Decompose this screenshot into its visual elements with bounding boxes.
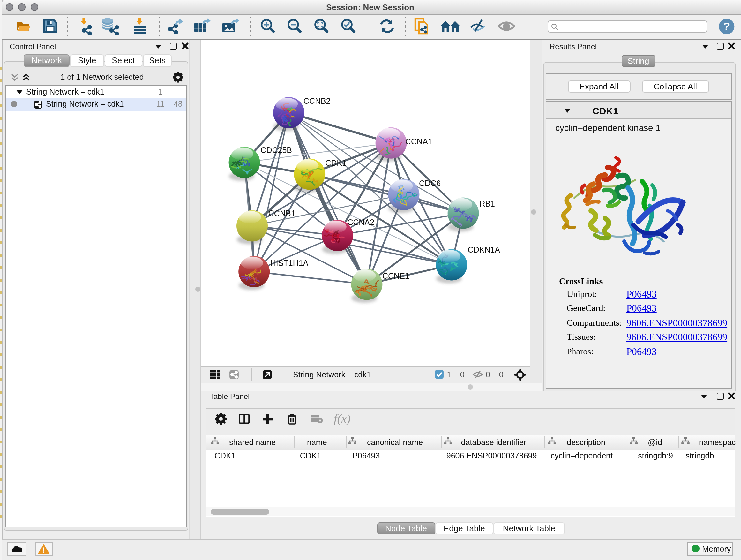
svg-text:CDC6: CDC6 <box>419 179 441 188</box>
svg-text:CCNA2: CCNA2 <box>347 218 374 227</box>
svg-text:CCNA1: CCNA1 <box>405 137 432 146</box>
svg-text:CDKN1A: CDKN1A <box>468 245 500 254</box>
svg-text:CDK1: CDK1 <box>325 159 347 167</box>
svg-text:RB1: RB1 <box>479 199 495 208</box>
svg-text:CCNB2: CCNB2 <box>304 97 331 105</box>
svg-text:HIST1H1A: HIST1H1A <box>270 259 309 267</box>
svg-text:CCNE1: CCNE1 <box>382 271 409 280</box>
svg-text:CDC25B: CDC25B <box>260 145 292 154</box>
svg-text:CCNB1: CCNB1 <box>268 209 295 218</box>
svg-text:?: ? <box>724 20 730 32</box>
